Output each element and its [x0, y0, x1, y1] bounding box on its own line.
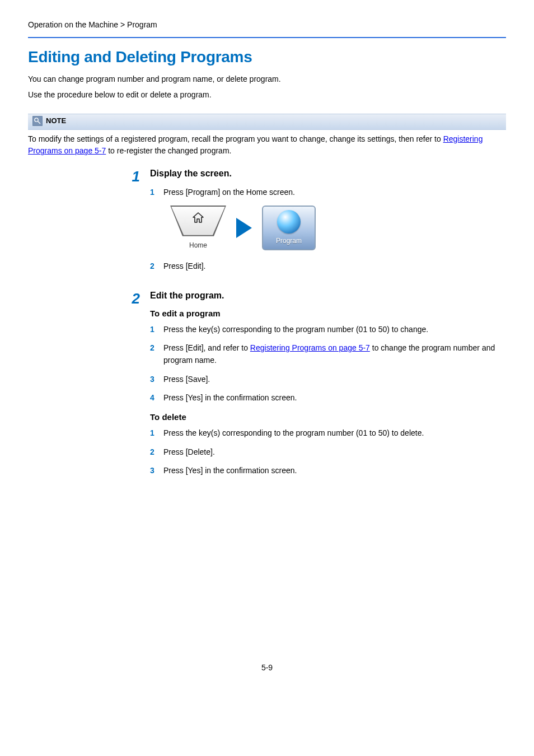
note-box: NOTE To modify the settings of a registe…: [28, 114, 506, 157]
substep-text: Press the key(s) corresponding to the pr…: [163, 324, 506, 336]
breadcrumb: Operation on the Machine > Program: [28, 20, 506, 38]
home-icon: [191, 211, 205, 225]
del-sub-3: 3 Press [Yes] in the confirmation screen…: [150, 465, 506, 477]
substep-text: Press [Yes] in the confirmation screen.: [163, 465, 506, 477]
note-head: NOTE: [28, 114, 506, 130]
substep-text: Press the key(s) corresponding to the pr…: [163, 427, 506, 440]
del-sub-2: 2 Press [Delete].: [150, 446, 506, 459]
step-1-sub-1: 1 Press [Program] on the Home screen.: [150, 186, 506, 199]
program-icon: [277, 210, 301, 234]
substep-text: Press [Program] on the Home screen.: [163, 186, 506, 199]
edit-sub-4: 4 Press [Yes] in the confirmation screen…: [150, 392, 506, 404]
intro-text-2: Use the procedure below to edit or delet…: [28, 88, 506, 101]
page-number: 5-9: [28, 663, 506, 672]
substep-number: 2: [150, 342, 157, 366]
substep-number: 2: [150, 446, 157, 459]
page-title: Editing and Deleting Programs: [28, 48, 506, 66]
substep-text: Press [Yes] in the confirmation screen.: [163, 392, 506, 404]
step-2: 2 Edit the program. To edit a program 1 …: [123, 291, 506, 484]
substep-text: Press [Edit].: [163, 260, 506, 273]
step-number-1: 1: [123, 169, 140, 279]
delete-heading: To delete: [150, 412, 506, 422]
edit-sub-2-link[interactable]: Registering Programs on page 5-7: [250, 343, 370, 352]
substep-number: 1: [150, 324, 157, 336]
substep-text: Press [Delete].: [163, 446, 506, 459]
step-1-sub-2: 2 Press [Edit].: [150, 260, 506, 273]
substep-text: Press [Edit], and refer to Registering P…: [163, 342, 506, 366]
program-button[interactable]: Program: [262, 206, 316, 250]
substep-text: Press [Save].: [163, 374, 506, 386]
note-body-post: to re-register the changed program.: [106, 146, 231, 155]
edit-sub-2: 2 Press [Edit], and refer to Registering…: [150, 342, 506, 366]
arrow-icon: [236, 218, 252, 238]
home-program-figure: Home Program: [170, 206, 506, 250]
substep-number: 4: [150, 392, 157, 404]
home-label: Home: [170, 241, 226, 249]
step-number-2: 2: [123, 291, 140, 484]
program-label: Program: [276, 237, 302, 245]
substep-number: 1: [150, 186, 157, 199]
edit-sub-3: 3 Press [Save].: [150, 374, 506, 386]
substep-number: 2: [150, 260, 157, 273]
del-sub-1: 1 Press the key(s) corresponding to the …: [150, 427, 506, 440]
home-button[interactable]: Home: [170, 206, 226, 250]
note-icon: [32, 116, 43, 126]
note-body-pre: To modify the settings of a registered p…: [28, 134, 443, 143]
step-2-title: Edit the program.: [150, 291, 506, 301]
intro-text-1: You can change program number and progra…: [28, 73, 506, 85]
substep-number: 3: [150, 374, 157, 386]
step-1: 1 Display the screen. 1 Press [Program] …: [123, 169, 506, 279]
edit-sub-1: 1 Press the key(s) corresponding to the …: [150, 324, 506, 336]
edit-heading: To edit a program: [150, 309, 506, 318]
note-body: To modify the settings of a registered p…: [28, 130, 506, 157]
substep-number: 1: [150, 427, 157, 440]
substep-number: 3: [150, 465, 157, 477]
note-label: NOTE: [46, 116, 66, 125]
edit-sub-2-pre: Press [Edit], and refer to: [163, 343, 250, 352]
step-1-title: Display the screen.: [150, 169, 506, 179]
